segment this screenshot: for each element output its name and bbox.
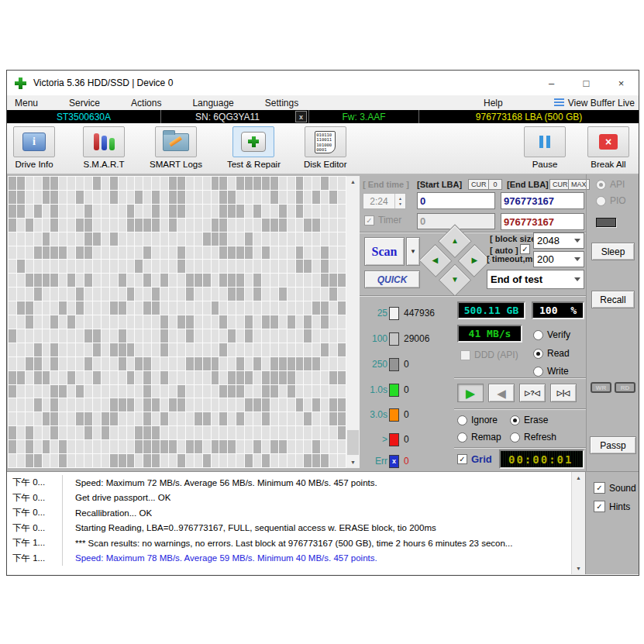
sleep-button[interactable]: Sleep [591, 243, 635, 260]
rd-button[interactable]: RD [615, 382, 635, 393]
end-time-spinner[interactable]: 2:24 ▲▼ [363, 193, 406, 209]
close-button[interactable]: × [604, 71, 639, 95]
action-ignore[interactable]: Ignore [457, 415, 498, 425]
block-cell [219, 301, 227, 315]
menu-item-help[interactable]: Help [484, 98, 503, 108]
block-cell [152, 260, 160, 273]
scroll-down-icon[interactable]: ▼ [572, 563, 585, 574]
mode-read[interactable]: Read [533, 348, 570, 359]
api-mode-row[interactable]: API [596, 179, 625, 190]
ignore-radio[interactable] [457, 415, 467, 425]
block-cell [43, 398, 50, 412]
verify-radio[interactable] [533, 330, 543, 340]
recall-button[interactable]: Recall [591, 291, 635, 308]
start-lba-input[interactable]: 0 [417, 192, 495, 209]
block-cell [84, 329, 92, 343]
random-seek-button[interactable]: ▷?◁ [519, 384, 546, 402]
wr-button[interactable]: WR [591, 382, 611, 393]
start-forward-button[interactable]: ▶ [457, 384, 484, 402]
block-cell [245, 288, 253, 301]
remap-radio[interactable] [457, 432, 467, 443]
block-cell [143, 219, 151, 232]
scan-dropdown-button[interactable]: ▼ [406, 237, 420, 266]
block-cell [43, 371, 50, 384]
block-cell [186, 454, 194, 467]
maximize-button[interactable]: □ [569, 71, 604, 95]
action-refresh[interactable]: Refresh [510, 432, 556, 443]
passp-button[interactable]: Passp [590, 436, 636, 454]
pio-mode-row[interactable]: PIO [596, 195, 626, 206]
pio-radio[interactable] [596, 196, 606, 206]
menu-item-service[interactable]: Service [69, 98, 100, 108]
start-backward-button[interactable]: ◀ [488, 384, 515, 402]
ddd-api-row[interactable]: DDD (API) [460, 350, 518, 360]
smart-logs-button[interactable]: SMART Logs [150, 126, 202, 169]
auto-checkbox[interactable]: ✓ [520, 244, 530, 254]
scroll-up-icon[interactable]: ▲ [346, 176, 360, 188]
end-lba-input[interactable]: 976773167 [501, 192, 584, 209]
block-cell [102, 398, 109, 412]
quick-button[interactable]: QUICK [364, 270, 420, 288]
scrollbar-thumb[interactable] [347, 430, 359, 455]
menu-item-actions[interactable]: Actions [131, 98, 161, 108]
erase-radio[interactable] [510, 415, 520, 425]
end-of-test-combo[interactable]: End of test [487, 270, 584, 289]
ddd-api-checkbox[interactable] [460, 350, 470, 360]
hints-toggle-row[interactable]: ✓ Hints [594, 501, 630, 512]
block-cell [270, 454, 278, 467]
block-cell [127, 412, 135, 425]
menu-item-language[interactable]: Language [192, 98, 233, 108]
first-aid-kit-icon [241, 132, 266, 152]
block-cell [312, 246, 320, 260]
grid-checkbox[interactable]: ✓ [457, 454, 467, 464]
scroll-down-icon[interactable]: ▼ [346, 456, 360, 468]
scroll-up-icon[interactable]: ▲ [572, 472, 585, 484]
read-radio[interactable] [533, 349, 543, 359]
block-map-scrollbar[interactable]: ▲ ▼ [346, 176, 360, 468]
action-remap[interactable]: Remap [457, 432, 501, 443]
timer-checkbox[interactable]: ✓ [364, 215, 374, 226]
menu-item-menu[interactable]: Menu [15, 98, 38, 108]
mode-write[interactable]: Write [533, 366, 569, 377]
refresh-radio[interactable] [510, 432, 520, 443]
block-cell [93, 191, 101, 204]
mode-verify[interactable]: Verify [533, 329, 570, 340]
block-cell [279, 274, 287, 287]
pause-button[interactable]: Pause [524, 126, 566, 169]
write-radio[interactable] [533, 367, 543, 377]
smart-button[interactable]: S.M.A.R.T [83, 126, 125, 169]
grid-toggle-row[interactable]: ✓ Grid [457, 453, 492, 465]
spinner-arrows-icon[interactable]: ▲▼ [394, 194, 405, 208]
block-cell [9, 343, 16, 356]
api-radio[interactable] [596, 180, 606, 190]
start-lba-cur-button[interactable]: CUR [468, 179, 490, 190]
sound-checkbox[interactable]: ✓ [594, 482, 605, 494]
drive-info-button[interactable]: i Drive Info [13, 126, 55, 169]
log-entry: 下午 1... *** Scan results: no warnings, n… [7, 536, 585, 551]
block-cell [34, 246, 42, 260]
view-buffer-live[interactable]: View Buffer Live [554, 98, 635, 108]
action-erase[interactable]: Erase [510, 415, 548, 425]
butterfly-seek-button[interactable]: ▷|◁ [550, 384, 577, 402]
device-band-close-button[interactable]: x [295, 111, 307, 122]
sound-toggle-row[interactable]: ✓ Sound [594, 482, 636, 494]
test-repair-button[interactable]: Test & Repair [227, 126, 281, 169]
timer-checkbox-row[interactable]: ✓ Timer [364, 215, 401, 226]
break-all-button[interactable]: × Break All [587, 126, 629, 169]
seek-pad[interactable]: ▲ ▶ ◀ ▼ [418, 224, 491, 296]
hints-checkbox[interactable]: ✓ [594, 501, 605, 512]
block-cell [143, 398, 151, 412]
menu-item-settings[interactable]: Settings [265, 98, 298, 108]
block-cell [9, 371, 16, 384]
scan-button[interactable]: Scan [364, 237, 405, 266]
end-lba-secondary-input[interactable]: 976773167 [501, 213, 584, 230]
disk-editor-button[interactable]: 010110 110011 101000 0001 Disk Editor [304, 126, 347, 169]
timeout-combo[interactable]: 200 [533, 251, 584, 267]
log-scrollbar[interactable]: ▲ ▼ [571, 472, 585, 574]
block-size-combo[interactable]: 2048 [533, 232, 584, 249]
block-cell [236, 371, 244, 384]
test-tubes-icon [94, 133, 115, 150]
minimize-button[interactable]: – [534, 71, 569, 95]
block-cell [50, 301, 58, 315]
start-lba-zero-button[interactable]: 0 [488, 179, 502, 190]
